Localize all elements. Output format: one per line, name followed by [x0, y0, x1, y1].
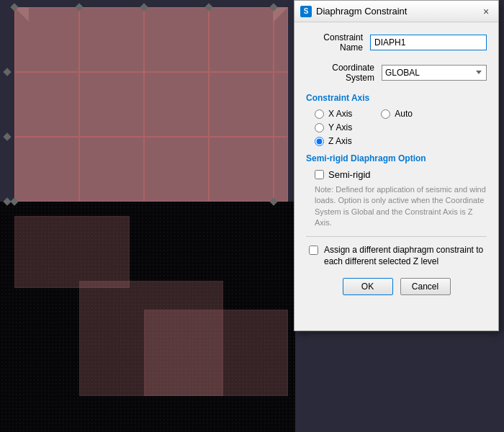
radio-auto-label: Auto — [395, 109, 413, 119]
radio-y-axis: Y Axis — [315, 122, 352, 132]
semirigid-note: Note: Defined for application of seismic… — [315, 184, 487, 229]
mesh-cell — [274, 137, 288, 202]
mesh-cell — [209, 7, 274, 72]
mesh-cell — [144, 7, 209, 72]
corner-decor — [274, 7, 288, 22]
corner-decor — [14, 7, 29, 22]
cancel-button[interactable]: Cancel — [400, 278, 451, 295]
semirigid-label: Semi-rigid — [328, 169, 371, 180]
app-icon: S — [300, 6, 312, 17]
radio-z-axis: Z Axis — [315, 136, 352, 146]
node-indicator — [3, 132, 11, 140]
constraint-name-input[interactable] — [370, 35, 487, 50]
constraint-axis-group: X Axis Auto Y Axis Z Axis — [315, 109, 487, 146]
node-indicator — [3, 68, 11, 76]
assign-different-checkbox[interactable] — [309, 246, 318, 255]
semirigid-header: Semi-rigid Diaphragm Option — [306, 153, 487, 163]
dialog-titlebar: S Diaphragm Constraint × — [294, 1, 498, 22]
semirigid-checkbox[interactable] — [315, 170, 324, 179]
mesh-cell — [209, 137, 274, 202]
mesh-cell — [79, 137, 144, 202]
constraint-name-row: Constraint Name — [306, 32, 487, 53]
radio-auto: Auto — [381, 109, 413, 119]
coordinate-system-label: Coordinate System — [306, 63, 382, 83]
dialog-body: Constraint Name Coordinate System GLOBAL… — [294, 22, 498, 305]
coordinate-system-select[interactable]: GLOBAL LOCAL — [382, 65, 487, 81]
dialog-title: Diaphragm Constraint — [316, 6, 475, 17]
radio-x-axis-label: X Axis — [328, 109, 352, 119]
mesh-cell — [144, 310, 288, 396]
radio-x-axis: X Axis — [315, 109, 352, 119]
radio-row-y: Y Axis — [315, 122, 487, 132]
mesh-cell — [144, 72, 209, 137]
mesh-cell — [79, 7, 144, 72]
radio-z-axis-input[interactable] — [315, 137, 324, 146]
mesh-cell — [14, 137, 79, 202]
radio-y-axis-input[interactable] — [315, 123, 324, 132]
radio-z-axis-label: Z Axis — [328, 136, 352, 146]
ok-button[interactable]: OK — [343, 278, 393, 295]
radio-y-axis-label: Y Axis — [328, 122, 352, 132]
mesh-cell — [144, 137, 209, 202]
coordinate-system-row: Coordinate System GLOBAL LOCAL — [306, 63, 487, 83]
divider — [306, 236, 487, 237]
radio-auto-input[interactable] — [381, 109, 390, 119]
radio-row-x-auto: X Axis Auto — [315, 109, 487, 119]
assign-label: Assign a different diaphragm constraint … — [324, 244, 484, 269]
constraint-axis-header: Constraint Axis — [306, 93, 487, 103]
mesh-cell — [209, 72, 274, 137]
close-button[interactable]: × — [480, 5, 492, 18]
semirigid-check-row: Semi-rigid — [315, 169, 487, 180]
diaphragm-constraint-dialog: S Diaphragm Constraint × Constraint Name… — [294, 0, 499, 331]
constraint-name-label: Constraint Name — [306, 32, 370, 53]
mesh-cell — [274, 72, 288, 137]
radio-row-z: Z Axis — [315, 136, 487, 146]
mesh-cell — [79, 72, 144, 137]
radio-x-axis-input[interactable] — [315, 109, 324, 119]
semirigid-section: Semi-rigid Diaphragm Option Semi-rigid N… — [306, 153, 487, 229]
mesh-cell — [14, 216, 130, 288]
assign-row: Assign a different diaphragm constraint … — [306, 244, 487, 269]
mesh-cell — [14, 72, 79, 137]
button-row: OK Cancel — [306, 278, 487, 295]
